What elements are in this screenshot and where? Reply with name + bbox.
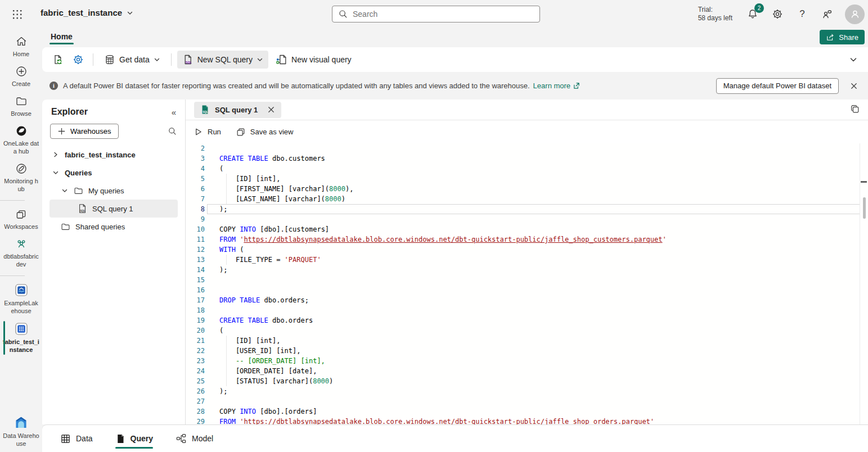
- code-line-3[interactable]: 3CREATE TABLE dbo.customers: [186, 153, 868, 164]
- code-line-8[interactable]: 8);: [186, 204, 868, 214]
- code-line-13[interactable]: 13 FILE_TYPE = 'PARQUET': [186, 255, 868, 265]
- code-line-7[interactable]: 7 [LAST_NAME] [varchar](8000): [186, 194, 868, 204]
- settings-button[interactable]: [771, 7, 784, 21]
- code-text: [ID] [int],: [219, 174, 280, 184]
- warehouse-settings-button[interactable]: [69, 51, 87, 69]
- help-button[interactable]: ?: [795, 7, 809, 21]
- share-button[interactable]: Share: [820, 30, 865, 44]
- rail-item-fabric-test-instance[interactable]: fabric_test_instance: [0, 322, 42, 354]
- code-line-15[interactable]: 15: [186, 275, 868, 285]
- save-as-view-button[interactable]: Save as view: [236, 127, 294, 137]
- global-search[interactable]: [332, 6, 540, 22]
- tree-item-label: Queries: [65, 169, 92, 177]
- rail-item-monitoring-hub[interactable]: Monitoring hub: [0, 162, 42, 193]
- code-text: [STATUS] [varchar](8000): [219, 376, 333, 386]
- code-text: [FIRST_NAME] [varchar](8000),: [219, 184, 353, 194]
- code-line-5[interactable]: 5 [ID] [int],: [186, 174, 868, 184]
- run-button[interactable]: Run: [194, 127, 221, 137]
- manage-dataset-button[interactable]: Manage default Power BI dataset: [716, 78, 839, 94]
- code-line-24[interactable]: 24 [ORDER_DATE] [date],: [186, 366, 868, 376]
- query-editor: SQL SQL query 1 Run Save as view: [186, 100, 868, 424]
- code-line-6[interactable]: 6 [FIRST_NAME] [varchar](8000),: [186, 184, 868, 194]
- code-line-27[interactable]: 27: [186, 396, 868, 406]
- view-tab-data[interactable]: Data: [60, 425, 93, 452]
- tree-item-queries[interactable]: Queries: [50, 164, 178, 182]
- rail-item-data-warehouse[interactable]: Data Warehouse: [0, 415, 42, 448]
- query-tab[interactable]: SQL SQL query 1: [194, 102, 281, 118]
- code-line-21[interactable]: 21 [ID] [int],: [186, 336, 868, 346]
- collapse-explorer-button[interactable]: «: [172, 107, 176, 117]
- warehouses-label: Warehouses: [70, 127, 111, 135]
- workspaces-icon: [15, 208, 28, 220]
- line-number: 3: [186, 153, 205, 164]
- search-input[interactable]: [353, 10, 534, 19]
- get-data-button[interactable]: Get data: [99, 51, 165, 69]
- banner-close-button[interactable]: [848, 80, 860, 92]
- chevron-down-icon[interactable]: [61, 187, 69, 194]
- copy-button[interactable]: [850, 104, 860, 116]
- rail-item-label: Monitoring hub: [3, 177, 40, 193]
- code-line-20[interactable]: 20(: [186, 326, 868, 336]
- rail-item-home[interactable]: Home: [0, 35, 42, 58]
- refresh-button[interactable]: [49, 51, 67, 69]
- chevron-right-icon[interactable]: [52, 151, 60, 158]
- rail-item-browse[interactable]: Browse: [0, 95, 42, 117]
- query-tab-close-button[interactable]: [267, 106, 275, 114]
- rail-item-workspaces[interactable]: Workspaces: [0, 208, 42, 230]
- code-line-11[interactable]: 11FROM 'https://dbtlabsynapsedatalake.bl…: [186, 234, 868, 245]
- svg-text:SQL: SQL: [80, 210, 86, 213]
- feedback-button[interactable]: [820, 7, 834, 21]
- tree-item-sql-query-1[interactable]: SQLSQL query 1: [50, 200, 178, 218]
- scrollbar-thumb[interactable]: [863, 197, 866, 219]
- code-line-19[interactable]: 19CREATE TABLE dbo.orders: [186, 315, 868, 326]
- code-line-16[interactable]: 16: [186, 285, 868, 295]
- run-label: Run: [208, 128, 221, 136]
- rail-item-dbtlabsfabricdev[interactable]: dbtlabsfabricdev: [0, 238, 42, 268]
- code-line-23[interactable]: 23 -- [ORDER_DATE] [int],: [186, 356, 868, 366]
- view-tab-model[interactable]: Model: [176, 425, 213, 452]
- code-line-9[interactable]: 9: [186, 214, 868, 224]
- code-line-12[interactable]: 12WITH (: [186, 245, 868, 255]
- tab-home[interactable]: Home: [47, 30, 77, 46]
- tree-item-fabric-test-instance[interactable]: fabric_test_instance: [50, 146, 178, 164]
- rail-item-create[interactable]: Create: [0, 65, 42, 88]
- close-icon: [850, 82, 858, 90]
- code-line-22[interactable]: 22 [USER_ID] [int],: [186, 346, 868, 356]
- rail-item-onelake-data-hub[interactable]: OneLake data hub: [0, 125, 42, 155]
- rail-divider: [0, 200, 25, 201]
- view-tab-query[interactable]: Query: [115, 425, 153, 452]
- code-line-25[interactable]: 25 [STATUS] [varchar](8000): [186, 376, 868, 386]
- rail-item-examplelakehouse[interactable]: ExampleLakehouse: [0, 283, 42, 315]
- help-icon: ?: [799, 8, 804, 20]
- browse-icon: [15, 95, 28, 107]
- explorer-tools: Warehouses: [42, 123, 185, 143]
- app-launcher-button[interactable]: [9, 7, 25, 21]
- account-avatar[interactable]: [845, 4, 865, 24]
- collapse-ribbon-button[interactable]: [849, 55, 858, 66]
- banner-actions: Manage default Power BI dataset: [716, 78, 860, 94]
- sql-code-editor[interactable]: 23CREATE TABLE dbo.customers4(5 [ID] [in…: [186, 143, 868, 424]
- code-line-28[interactable]: 28COPY INTO [dbo].[orders]: [186, 406, 868, 417]
- code-line-4[interactable]: 4(: [186, 164, 868, 174]
- code-line-29[interactable]: 29FROM 'https://dbtlabsynapsedatalake.bl…: [186, 417, 868, 424]
- code-line-26[interactable]: 26);: [186, 386, 868, 396]
- learn-more-link[interactable]: Learn more: [533, 82, 580, 90]
- code-line-14[interactable]: 14);: [186, 265, 868, 275]
- line-number: 6: [186, 184, 205, 194]
- code-line-10[interactable]: 10COPY INTO [dbo].[customers]: [186, 224, 868, 234]
- new-visual-query-button[interactable]: New visual query: [271, 51, 357, 69]
- chevron-down-icon[interactable]: [52, 169, 60, 176]
- tree-item-my-queries[interactable]: My queries: [50, 182, 178, 200]
- line-number: 15: [186, 275, 205, 285]
- tree-item-shared-queries[interactable]: Shared queries: [50, 218, 178, 236]
- add-warehouses-button[interactable]: Warehouses: [50, 124, 119, 139]
- main-content: Explorer « Warehouses fabric_test_instan…: [42, 100, 868, 424]
- code-line-17[interactable]: 17DROP TABLE dbo.orders;: [186, 295, 868, 305]
- code-line-2[interactable]: 2: [186, 143, 868, 153]
- explorer-search-icon[interactable]: [168, 126, 177, 136]
- share-label: Share: [839, 33, 858, 42]
- new-sql-query-button[interactable]: SQL New SQL query: [177, 51, 268, 69]
- code-line-18[interactable]: 18: [186, 305, 868, 315]
- workspace-name-menu[interactable]: fabric_test_instance: [41, 8, 133, 17]
- notifications-button[interactable]: 2: [746, 7, 759, 21]
